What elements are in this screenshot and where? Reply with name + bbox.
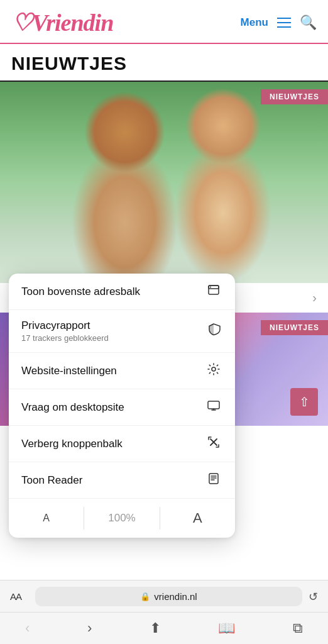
menu-item-title-4: Vraag om desktopsite <box>21 401 124 414</box>
menu-item-title-2: Privacyrapport <box>21 319 109 332</box>
font-size-row: A 100% A <box>9 499 235 538</box>
url-text: vriendin.nl <box>154 591 197 602</box>
settings-icon <box>205 362 222 379</box>
tabs-button[interactable]: ⧉ <box>287 618 309 639</box>
svg-rect-4 <box>208 401 219 409</box>
menu-item-title-6: Toon Reader <box>21 474 82 487</box>
menu-item-title-3: Website-instellingen <box>21 365 117 377</box>
svg-point-2 <box>210 287 211 288</box>
menu-item-hide-toolbar[interactable]: Verberg knoppenbalk <box>9 426 235 462</box>
menu-item-address-bar[interactable]: Toon bovenste adresbalk <box>9 274 235 310</box>
menu-item-title-5: Verberg knoppenbalk <box>21 438 123 450</box>
bookmarks-button[interactable]: 📖 <box>212 618 241 639</box>
menu-item-subtitle-2: 17 trackers geblokkeerd <box>21 333 109 343</box>
browser-address-bar: AA 🔒 vriendin.nl ↺ <box>0 580 328 613</box>
menu-item-title-1: Toon bovenste adresbalk <box>21 286 140 298</box>
privacy-icon <box>205 323 222 340</box>
back-button[interactable]: ‹ <box>19 618 36 639</box>
share-button[interactable]: ⬆ <box>143 618 167 639</box>
lock-icon: 🔒 <box>140 592 150 601</box>
font-size-percent: 100% <box>84 507 160 530</box>
menu-item-privacy[interactable]: Privacyrapport 17 trackers geblokkeerd <box>9 310 235 353</box>
reader-icon <box>205 472 222 489</box>
context-menu: Toon bovenste adresbalk Privacyrapport 1… <box>9 274 235 538</box>
svg-point-3 <box>212 367 216 371</box>
menu-item-reader[interactable]: Toon Reader <box>9 462 235 499</box>
font-size-small[interactable]: A <box>9 508 84 529</box>
address-bar-icon <box>205 283 222 300</box>
menu-item-website-settings[interactable]: Website-instellingen <box>9 353 235 389</box>
aa-label[interactable]: AA <box>10 591 29 602</box>
menu-item-desktop-site[interactable]: Vraag om desktopsite <box>9 389 235 426</box>
desktop-icon <box>205 399 222 416</box>
url-bar[interactable]: 🔒 vriendin.nl <box>35 587 302 606</box>
forward-button[interactable]: › <box>81 618 98 639</box>
reload-icon[interactable]: ↺ <box>309 590 318 604</box>
svg-rect-5 <box>209 474 218 484</box>
hide-toolbar-icon <box>205 435 222 452</box>
font-size-large[interactable]: A <box>160 505 235 531</box>
browser-nav-bar: ‹ › ⬆ 📖 ⧉ <box>0 612 328 644</box>
